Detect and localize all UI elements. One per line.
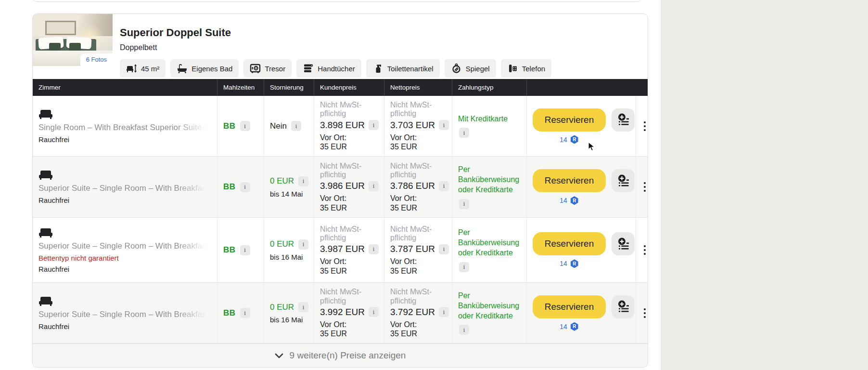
- payment-type-cell: Per Banküberweisung oder Kreditkarte i: [452, 157, 526, 217]
- reserve-button[interactable]: Reservieren: [533, 232, 606, 255]
- customer-price-cell: Nicht MwSt-pflichtig 3.987 EUR i Vor Ort…: [314, 218, 384, 282]
- info-icon[interactable]: i: [240, 308, 250, 318]
- info-icon[interactable]: i: [298, 302, 308, 312]
- room-rate-card: 6 Fotos Superior Doppel Suite Doppelbett…: [32, 13, 648, 368]
- room-cell: Superior Suite – Single Room – With Brea…: [33, 157, 217, 217]
- amenity-label: Handtücher: [318, 65, 355, 73]
- payment-type-cell: Per Banküberweisung oder Kreditkarte i: [452, 283, 526, 343]
- rate-table-row: Superior Suite – Single Room – With Brea…: [33, 157, 648, 218]
- smoking-label: Rauchfrei: [38, 135, 217, 144]
- info-icon[interactable]: i: [369, 307, 379, 317]
- customer-price-amount: 3.986 EUR: [320, 181, 365, 191]
- onsite-price: Vor Ort: 35 EUR: [320, 194, 384, 212]
- cancellation-cell: 0 EUR i bis 16 Mai: [264, 283, 314, 343]
- show-more-prices-button[interactable]: 9 weitere(n) Preise anzeigen: [33, 344, 648, 367]
- rate-count-badge[interactable]: 14 R: [533, 322, 606, 331]
- onsite-amount: 35 EUR: [390, 329, 452, 338]
- info-icon[interactable]: i: [439, 307, 449, 317]
- room-name: Single Room – With Breakfast Superior Su…: [38, 123, 212, 132]
- cancellation-fee: 0 EUR: [270, 303, 294, 312]
- bath-icon: [177, 63, 188, 74]
- kebab-menu-icon: [644, 245, 646, 255]
- add-to-list-button[interactable]: [612, 108, 635, 132]
- info-icon[interactable]: i: [298, 176, 308, 186]
- add-to-list-button[interactable]: [612, 295, 635, 318]
- row-menu-button[interactable]: [636, 96, 648, 156]
- info-icon[interactable]: i: [240, 245, 250, 255]
- onsite-price: Vor Ort: 35 EUR: [390, 133, 452, 151]
- rate-count-badge[interactable]: 14 R: [533, 259, 606, 268]
- info-icon[interactable]: i: [439, 120, 449, 130]
- tax-note: Nicht MwSt-pflichtig: [320, 225, 376, 243]
- add-to-list-button[interactable]: [612, 232, 635, 255]
- info-icon[interactable]: i: [298, 239, 308, 250]
- customer-price-amount: 3.898 EUR: [320, 120, 365, 131]
- info-icon[interactable]: i: [439, 244, 449, 254]
- row-menu-button[interactable]: [636, 218, 648, 282]
- room-name: Superior Suite – Single Room – With Brea…: [38, 310, 212, 319]
- cancellation-fee: 0 EUR: [270, 176, 294, 186]
- chevron-down-icon: [275, 353, 283, 358]
- smoking-label: Rauchfrei: [38, 322, 217, 330]
- room-card-header: 6 Fotos Superior Doppel Suite Doppelbett…: [33, 14, 648, 79]
- tax-note: Nicht MwSt-pflichtig: [320, 101, 376, 119]
- onsite-label: Vor Ort:: [320, 320, 384, 329]
- info-icon[interactable]: i: [291, 121, 301, 131]
- net-price-amount: 3.786 EUR: [390, 181, 435, 191]
- info-icon[interactable]: i: [240, 182, 250, 192]
- phone-icon: [507, 63, 518, 74]
- onsite-amount: 35 EUR: [320, 329, 384, 338]
- info-icon[interactable]: i: [459, 128, 469, 138]
- tax-note: Nicht MwSt-pflichtig: [320, 162, 376, 180]
- reserve-button[interactable]: Reservieren: [533, 295, 606, 318]
- onsite-label: Vor Ort:: [320, 257, 384, 266]
- room-head-text: Superior Doppel Suite Doppelbett 45 m²Ei…: [33, 14, 648, 78]
- meals-cell: BB i: [217, 283, 264, 343]
- info-icon[interactable]: i: [459, 325, 469, 335]
- add-to-list-icon: [617, 238, 630, 251]
- column-header-0: Zimmer: [33, 79, 217, 96]
- actions-cell: Reservieren 14 R: [526, 218, 636, 282]
- safe-icon: [250, 63, 261, 74]
- bed-type-label: Doppelbett: [120, 43, 648, 52]
- show-more-prices-label: 9 weitere(n) Preise anzeigen: [290, 350, 406, 361]
- cancellation-cell: 0 EUR i bis 14 Mai: [264, 157, 314, 217]
- double-bed-icon: [38, 170, 53, 180]
- reserve-button[interactable]: Reservieren: [533, 169, 606, 192]
- net-price-amount: 3.703 EUR: [390, 120, 435, 131]
- amenity-label: Toilettenartikel: [387, 65, 434, 73]
- mirror-icon: [451, 63, 462, 74]
- add-to-list-button[interactable]: [612, 169, 635, 192]
- row-menu-button[interactable]: [636, 157, 648, 217]
- amenity-badge: Tresor: [243, 59, 292, 78]
- cancellation-until: bis 14 Mai: [270, 190, 314, 198]
- amenity-label: Eigenes Bad: [191, 65, 232, 73]
- photo-count-badge[interactable]: 6 Fotos: [80, 53, 113, 66]
- ratehawk-r-icon: R: [570, 259, 579, 268]
- payment-type: Per Banküberweisung oder Kreditkarte: [458, 291, 522, 321]
- info-icon[interactable]: i: [369, 244, 379, 254]
- actions-cell: Reservieren 14 R: [526, 96, 636, 156]
- rate-table-row: Superior Suite – Single Room – With Brea…: [33, 283, 648, 344]
- info-icon[interactable]: i: [369, 120, 379, 130]
- amenity-badge: Toilettenartikel: [366, 59, 440, 78]
- reserve-button[interactable]: Reservieren: [533, 108, 606, 132]
- info-icon[interactable]: i: [459, 262, 469, 272]
- rate-count-badge[interactable]: 14 R: [533, 135, 606, 144]
- info-icon[interactable]: i: [369, 181, 379, 191]
- meals-code: BB: [223, 308, 236, 318]
- table-header-row: ZimmerMahlzeitenStornierungKundenpreisNe…: [33, 79, 648, 96]
- payment-type: Per Banküberweisung oder Kreditkarte: [458, 228, 522, 258]
- onsite-label: Vor Ort:: [320, 194, 384, 203]
- add-to-list-icon: [617, 300, 630, 313]
- bed-warning: Bettentyp nicht garantiert: [38, 254, 217, 262]
- info-icon[interactable]: i: [439, 181, 449, 191]
- page-background-panel: [661, 0, 868, 370]
- amenity-label: 45 m²: [141, 65, 159, 73]
- row-menu-button[interactable]: [636, 283, 648, 343]
- info-icon[interactable]: i: [240, 121, 250, 131]
- rate-count-badge[interactable]: 14 R: [533, 196, 606, 205]
- onsite-amount: 35 EUR: [320, 203, 384, 212]
- info-icon[interactable]: i: [459, 199, 469, 209]
- room-photo[interactable]: 6 Fotos: [33, 14, 113, 66]
